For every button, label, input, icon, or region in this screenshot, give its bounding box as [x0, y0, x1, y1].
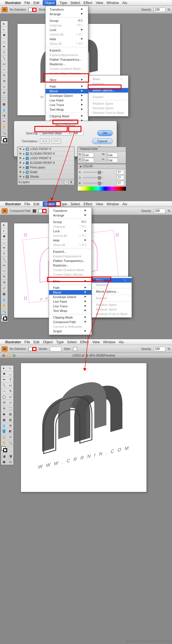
pencil-tool[interactable]: ✎: [7, 388, 13, 394]
menu-window[interactable]: Window: [103, 340, 116, 344]
rectangle-tool[interactable]: ▭: [1, 262, 7, 268]
selection-tool[interactable]: ▸: [1, 222, 7, 228]
mi-arrange[interactable]: Arrange▶: [49, 213, 91, 218]
mi-reverse-front-back-2[interactable]: Reverse Front to Back: [92, 312, 132, 316]
mi-live-trace[interactable]: Live Trace▶: [46, 103, 88, 107]
mi-expand[interactable]: Expand...: [49, 249, 91, 254]
close-window-icon[interactable]: [2, 354, 5, 357]
menu-illustrator[interactable]: Illustrator: [5, 340, 21, 344]
menu-window[interactable]: Window: [107, 202, 119, 206]
mi-transform[interactable]: Transform▶: [49, 208, 91, 213]
transform-tab[interactable]: TRANSFORM: [78, 147, 126, 152]
color-tab[interactable]: ◈ COLOR: [78, 164, 126, 169]
mi-flatten[interactable]: Flatten Transparency...: [46, 57, 88, 62]
orient-align-page[interactable]: ⫽⫽: [40, 139, 50, 144]
gradient-tool[interactable]: ▦: [1, 101, 7, 107]
hand-tool[interactable]: ✋: [1, 440, 7, 446]
layer-row[interactable]: 👁▸Guide: [17, 170, 74, 175]
mi-expand-appearance[interactable]: Expand Appearance: [49, 254, 91, 258]
mi-live-paint[interactable]: Live Paint▶: [49, 299, 91, 304]
blend-tool[interactable]: ◔: [1, 113, 7, 119]
gradient-tool[interactable]: ▦: [1, 291, 7, 297]
menu-window[interactable]: Window: [107, 1, 119, 5]
eraser-tool[interactable]: ▱: [7, 394, 13, 400]
menu-illustrator[interactable]: Illustrator: [5, 1, 21, 5]
menu-effect[interactable]: Effect: [83, 202, 92, 206]
menu-select[interactable]: Select: [71, 1, 80, 5]
blend-submenu-1[interactable]: Make⌥ Release Blend Options... Expand Re…: [88, 75, 128, 116]
mi-envelope[interactable]: Envelope Distort▶: [46, 93, 88, 98]
brush-tool[interactable]: 〰: [1, 67, 7, 73]
menu-type[interactable]: Type: [56, 340, 64, 344]
rotate-tool[interactable]: ⟲: [1, 400, 7, 406]
menu-view[interactable]: View: [96, 1, 103, 5]
fill-swatch[interactable]: [38, 209, 42, 213]
menu-file[interactable]: File: [24, 202, 30, 206]
mi-ungroup[interactable]: Ungroup⇧⌘G: [46, 23, 88, 28]
color-spectrum[interactable]: [78, 187, 126, 191]
mi-show-all[interactable]: Show All⌥⌘3: [46, 41, 88, 46]
mi-clipping-mask[interactable]: Clipping Mask▶: [49, 315, 91, 320]
eye-icon[interactable]: 👁: [19, 166, 22, 169]
mi-unlock-all[interactable]: Unlock All⌥⌘2: [49, 233, 91, 238]
mi-path[interactable]: Path▶: [49, 285, 91, 290]
menu-help[interactable]: Aiu: [119, 340, 124, 344]
orient-align-path[interactable]: 〰〰: [51, 139, 61, 144]
live-paint-bucket[interactable]: 🪣: [1, 429, 7, 434]
menu-illustrator[interactable]: Illustrator: [5, 202, 21, 206]
eye-icon[interactable]: 👁: [19, 157, 22, 160]
magic-wand-tool[interactable]: ✱: [1, 32, 7, 38]
type-tool[interactable]: T: [7, 377, 13, 383]
fill-swatch[interactable]: [28, 347, 32, 351]
brush-tool[interactable]: 〰: [1, 268, 7, 274]
mi-group[interactable]: Group⌘G: [46, 18, 88, 23]
zoom-tool[interactable]: 🔍: [7, 440, 13, 446]
eye-icon[interactable]: 👁: [19, 152, 22, 156]
mi-hide[interactable]: Hide▶: [49, 238, 91, 243]
magic-wand-tool[interactable]: ✱: [1, 234, 7, 239]
new-layer-icon[interactable]: ＋: [64, 180, 68, 184]
eye-icon[interactable]: 👁: [19, 161, 22, 165]
mi-compound-path[interactable]: Compound Path▶: [49, 320, 91, 324]
r-value[interactable]: [117, 170, 124, 175]
free-transform-tool[interactable]: ⛶: [1, 96, 7, 101]
layer-row[interactable]: 👁▸LOGO FRONT 8: [17, 147, 74, 152]
pencil-tool[interactable]: ✎: [1, 274, 7, 280]
ok-button[interactable]: OK: [97, 130, 113, 136]
mi-graph[interactable]: Graph▶: [49, 329, 91, 334]
menu-file[interactable]: File: [24, 340, 30, 344]
help-icon[interactable]: ?: [33, 209, 36, 213]
line-tool[interactable]: ╲: [1, 383, 7, 388]
mi-blend-release-2[interactable]: Release: [92, 283, 132, 287]
mi-reverse-spine-2[interactable]: Reverse Spine: [92, 307, 132, 312]
fill-stroke-swatches[interactable]: [1, 314, 7, 322]
mi-flatten[interactable]: Flatten Transparency...: [49, 258, 91, 263]
menu-effect[interactable]: Effect: [80, 340, 89, 344]
mi-blend-make-1[interactable]: Make⌥: [89, 77, 128, 81]
minimize-window-icon[interactable]: [7, 354, 10, 357]
magic-wand-tool[interactable]: ✱: [1, 371, 7, 377]
free-transform-tool[interactable]: ⛶: [7, 406, 13, 411]
layer-row[interactable]: 👁▸SLOGAN FRONT 8: [17, 152, 74, 156]
g-slider[interactable]: [83, 177, 103, 178]
eye-icon[interactable]: 👁: [19, 175, 22, 179]
b-slider[interactable]: [83, 183, 103, 184]
stroke-weight-input[interactable]: [50, 347, 61, 351]
mi-object-mosaic[interactable]: Create Object Mosaic...: [49, 272, 91, 277]
mi-ungroup[interactable]: Ungroup⇧⌘G: [49, 224, 91, 229]
rotate-tool[interactable]: ⟲: [1, 280, 7, 285]
opacity-input[interactable]: [154, 347, 165, 351]
b-value[interactable]: [117, 181, 124, 185]
mi-gradient-mesh[interactable]: Create Gradient Mesh...: [49, 268, 91, 272]
menu-help[interactable]: Aiu: [122, 202, 127, 206]
mi-replace-spine-1[interactable]: Replace Spine: [89, 101, 128, 106]
lasso-tool[interactable]: ◡: [7, 371, 13, 377]
menu-object[interactable]: Object: [43, 0, 56, 5]
selection-tool[interactable]: ▸: [1, 365, 7, 371]
transform-y[interactable]: [83, 158, 94, 162]
lasso-tool[interactable]: ◡: [1, 38, 7, 44]
scale-tool[interactable]: ⤢: [1, 84, 7, 90]
mi-reverse-front-back-1[interactable]: Reverse Front to Back: [89, 110, 128, 115]
blend-tool[interactable]: ◔: [7, 423, 13, 429]
mi-reverse-spine-1[interactable]: Reverse Spine: [89, 106, 128, 110]
